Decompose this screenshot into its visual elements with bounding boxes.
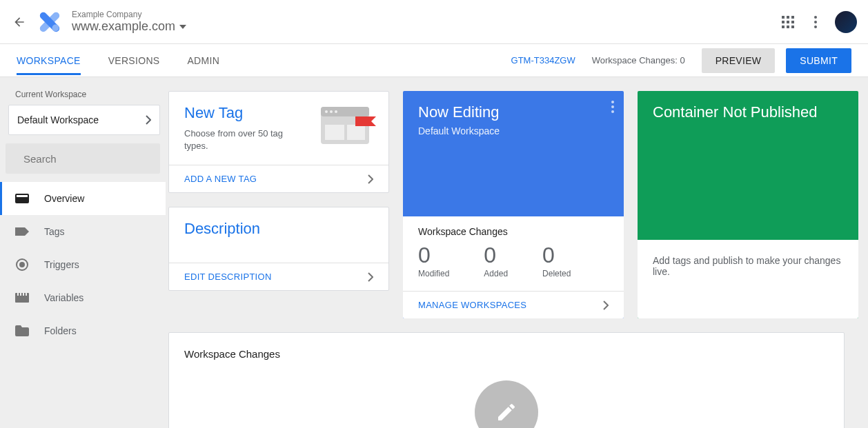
stat-added: 0 Added [484, 244, 508, 278]
svg-rect-23 [26, 293, 27, 296]
svg-point-31 [611, 101, 614, 103]
workspace-changes-count: Workspace Changes: 0 [592, 55, 685, 65]
svg-rect-6 [782, 21, 785, 23]
svg-rect-16 [17, 195, 28, 197]
manage-workspaces-label: MANAGE WORKSPACES [418, 300, 526, 310]
svg-rect-25 [321, 107, 369, 116]
sidebar: Current Workspace Default Workspace Over… [0, 77, 166, 428]
brand-block[interactable]: Example Company www.example.com [72, 10, 186, 34]
edit-description-button[interactable]: EDIT DESCRIPTION [169, 263, 388, 290]
svg-rect-21 [20, 293, 21, 296]
variable-icon [15, 291, 29, 305]
submit-button[interactable]: SUBMIT [786, 48, 851, 73]
svg-point-18 [20, 263, 24, 267]
svg-rect-20 [17, 293, 19, 296]
edit-fab-button[interactable] [475, 380, 538, 428]
stat-deleted: 0 Deleted [542, 244, 571, 278]
card-description: Description EDIT DESCRIPTION [168, 207, 389, 291]
svg-point-2 [52, 24, 59, 31]
svg-rect-8 [791, 21, 794, 23]
sidebar-item-overview[interactable]: Overview [0, 182, 166, 215]
manage-workspaces-button[interactable]: MANAGE WORKSPACES [403, 291, 624, 318]
svg-point-12 [814, 16, 817, 19]
tab-workspace[interactable]: WORKSPACE [17, 45, 81, 75]
workspace-changes-title: Workspace Changes [184, 348, 829, 360]
card-workspace-changes: Workspace Changes [168, 332, 845, 428]
top-bar: Example Company www.example.com [0, 0, 868, 44]
stat-deleted-value: 0 [542, 244, 571, 266]
sidebar-item-variables[interactable]: Variables [0, 281, 166, 314]
sidebar-item-folders[interactable]: Folders [0, 314, 166, 347]
workspace-selector[interactable]: Default Workspace [8, 105, 160, 135]
sidebar-item-label: Variables [44, 292, 83, 303]
search-box[interactable] [6, 143, 160, 174]
tag-icon [15, 225, 29, 238]
card-now-editing: Now Editing Default Workspace Workspace … [403, 91, 624, 318]
container-id-link[interactable]: GTM-T334ZGW [511, 55, 575, 65]
dropdown-caret-icon [179, 25, 186, 29]
gtm-logo-icon [39, 11, 61, 33]
domain-text: www.example.com [72, 19, 175, 34]
svg-rect-22 [23, 293, 24, 296]
current-workspace-label: Current Workspace [0, 90, 166, 105]
search-input[interactable] [23, 153, 155, 165]
main-content: New Tag Choose from over 50 tag types. A… [166, 77, 868, 428]
overview-icon [15, 192, 29, 205]
new-tag-illustration-icon [321, 107, 376, 148]
trigger-icon [15, 258, 29, 272]
sidebar-item-label: Tags [44, 226, 65, 237]
svg-point-13 [814, 21, 817, 23]
sidebar-item-label: Triggers [44, 259, 79, 270]
svg-rect-5 [791, 16, 794, 19]
now-editing-subtitle: Default Workspace [418, 125, 609, 136]
sidebar-item-triggers[interactable]: Triggers [0, 248, 166, 281]
card-new-tag: New Tag Choose from over 50 tag types. A… [168, 91, 389, 193]
new-tag-subtitle: Choose from over 50 tag types. [184, 128, 302, 152]
tab-admin[interactable]: ADMIN [187, 45, 219, 75]
svg-point-14 [814, 26, 817, 28]
stat-deleted-label: Deleted [542, 269, 571, 278]
back-arrow-icon[interactable] [11, 14, 28, 30]
svg-rect-30 [347, 125, 365, 140]
sidebar-item-label: Overview [44, 193, 84, 204]
folder-icon [15, 324, 29, 338]
svg-point-27 [330, 110, 333, 113]
add-new-tag-button[interactable]: ADD A NEW TAG [169, 165, 388, 192]
svg-rect-10 [787, 26, 789, 28]
nav-row: WORKSPACE VERSIONS ADMIN GTM-T334ZGW Wor… [0, 44, 868, 77]
chevron-right-icon [368, 174, 373, 184]
svg-rect-29 [325, 125, 344, 140]
stat-added-label: Added [484, 269, 508, 278]
container-domain: www.example.com [72, 19, 186, 34]
svg-point-32 [611, 105, 614, 108]
more-vert-icon[interactable] [802, 8, 829, 36]
avatar[interactable] [835, 11, 857, 33]
svg-rect-9 [782, 26, 785, 28]
sidebar-item-tags[interactable]: Tags [0, 215, 166, 248]
now-editing-menu-icon[interactable] [611, 101, 614, 113]
tab-versions[interactable]: VERSIONS [108, 45, 160, 75]
stat-modified-value: 0 [418, 244, 449, 266]
workspace-selector-value: Default Workspace [17, 114, 99, 125]
sidebar-item-label: Folders [44, 325, 77, 336]
add-new-tag-label: ADD A NEW TAG [184, 174, 257, 184]
container-status-subtitle: Add tags and publish to make your change… [653, 255, 840, 277]
company-name: Example Company [72, 10, 186, 19]
svg-rect-4 [787, 16, 789, 19]
stat-modified: 0 Modified [418, 244, 449, 278]
chevron-right-icon [368, 272, 373, 282]
apps-grid-icon[interactable] [774, 8, 802, 36]
card-container-status: Container Not Published Add tags and pub… [638, 91, 858, 318]
edit-description-label: EDIT DESCRIPTION [184, 272, 272, 282]
container-status-title: Container Not Published [653, 103, 843, 121]
stat-modified-label: Modified [418, 269, 449, 278]
chevron-right-icon [146, 115, 151, 125]
svg-point-33 [611, 110, 614, 113]
chevron-right-icon [603, 300, 609, 310]
pencil-icon [495, 401, 517, 423]
now-editing-title: Now Editing [418, 103, 609, 121]
workspace-changes-heading: Workspace Changes [418, 226, 609, 237]
stat-added-value: 0 [484, 244, 508, 266]
preview-button[interactable]: PREVIEW [702, 48, 776, 73]
svg-rect-3 [782, 16, 785, 19]
